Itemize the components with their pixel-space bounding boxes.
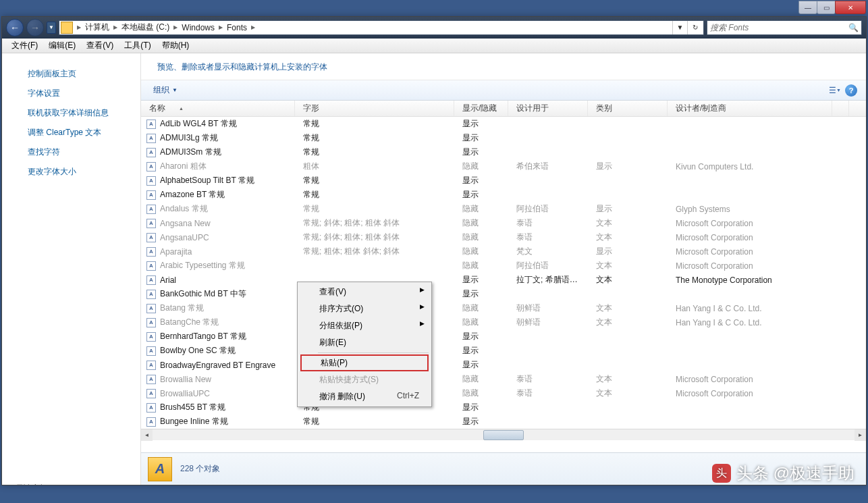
view-button[interactable]: ☰ ▼ [827, 84, 843, 97]
font-category: 文本 [588, 317, 668, 328]
font-row[interactable]: AAndalus 常规 常规 隐藏 阿拉伯语 显示 Glyph Systems [141, 202, 866, 216]
font-category: 显示 [588, 161, 668, 172]
font-visibility: 隐藏 [454, 373, 508, 385]
font-list[interactable]: 名称字形显示/隐藏设计用于类别设计者/制造商 AAdLib WGL4 BT 常规… [141, 101, 866, 452]
refresh-button[interactable]: ↻ [687, 21, 702, 34]
font-visibility: 隐藏 [454, 203, 508, 215]
font-name: Bowlby One SC 常规 [160, 345, 236, 356]
font-row[interactable]: AADMUI3Lg 常规 常规 显示 [141, 131, 866, 145]
font-icon: A [146, 375, 156, 384]
font-category: 文本 [588, 274, 668, 286]
context-menu-item[interactable]: 刷新(E) [299, 334, 430, 351]
horizontal-scrollbar[interactable]: ◄ ► [141, 429, 866, 440]
watermark-icon: 头 [712, 464, 731, 483]
nav-history-dropdown[interactable]: ▼ [47, 22, 56, 34]
font-row[interactable]: AArial 显示 拉丁文; 希腊语; ... 文本 The Monotype … [141, 273, 866, 287]
sidebar-link[interactable]: 查找字符 [2, 142, 140, 162]
font-row[interactable]: ABroadwayEngraved BT Engrave 显示 [141, 358, 866, 372]
search-box[interactable]: 🔍 [707, 20, 862, 35]
column-header[interactable]: 设计用于 [508, 101, 588, 116]
font-row[interactable]: ABrowalliaUPC 常规; 斜体; 粗体; 粗体 斜体 隐藏 泰语 文本… [141, 386, 866, 400]
font-row[interactable]: ABungee Inline 常规 常规 显示 [141, 415, 866, 429]
minimize-button[interactable]: — [798, 1, 817, 14]
font-visibility: 显示 [454, 118, 508, 130]
scroll-right-arrow[interactable]: ► [855, 429, 866, 441]
font-row[interactable]: ABatangChe 常规 隐藏 朝鲜语 文本 Han Yang I & C C… [141, 315, 866, 329]
forward-button[interactable]: → [26, 19, 44, 36]
font-icon: A [146, 318, 156, 327]
toolbar: 组织▼ ☰ ▼ ? [141, 80, 866, 101]
font-row[interactable]: AAlphabetSoup Tilt BT 常规 常规 显示 [141, 174, 866, 188]
font-manufacturer: Glyph Systems [668, 205, 832, 214]
font-row[interactable]: ABowlby One SC 常规 显示 [141, 344, 866, 358]
sidebar-link[interactable]: 字体设置 [2, 84, 140, 103]
font-row[interactable]: ABankGothic Md BT 中等 显示 [141, 287, 866, 301]
close-button[interactable]: ✕ [835, 1, 866, 14]
font-row[interactable]: AAharoni 粗体 粗体 隐藏 希伯来语 显示 Kivun Computer… [141, 159, 866, 174]
address-bar[interactable]: ▶计算机▶本地磁盘 (C:)▶Windows▶Fonts▶ ▼ ↻ [59, 20, 704, 35]
font-row[interactable]: AAngsanaUPC 常规; 斜体; 粗体; 粗体 斜体 隐藏 泰语 文本 M… [141, 230, 866, 244]
font-name: BatangChe 常规 [160, 317, 219, 328]
scroll-left-arrow[interactable]: ◄ [141, 429, 153, 441]
font-icon: A [146, 361, 156, 370]
font-row[interactable]: AAmazone BT 常规 常规 显示 [141, 188, 866, 202]
font-row[interactable]: AADMUI3Sm 常规 常规 显示 [141, 145, 866, 159]
column-header[interactable]: 名称 [141, 101, 295, 116]
font-icon: A [146, 403, 156, 413]
font-name: BrowalliaUPC [160, 389, 210, 398]
font-icon: A [146, 261, 156, 271]
breadcrumb-item[interactable]: Fonts [224, 23, 250, 32]
breadcrumb-item[interactable]: 本地磁盘 (C:) [119, 22, 172, 33]
menu-item[interactable]: 编辑(E) [43, 40, 81, 51]
font-designed-for: 朝鲜语 [508, 302, 588, 314]
font-name: Browallia New [160, 375, 211, 384]
back-button[interactable]: ← [6, 19, 24, 36]
font-row[interactable]: AAngsana New 常规; 斜体; 粗体; 粗体 斜体 隐藏 泰语 文本 … [141, 216, 866, 230]
help-button[interactable]: ? [843, 84, 859, 97]
font-row[interactable]: AAparajita 常规; 粗体; 粗体 斜体; 斜体 隐藏 梵文 显示 Mi… [141, 244, 866, 259]
font-visibility: 隐藏 [454, 161, 508, 172]
search-input[interactable] [710, 23, 848, 32]
maximize-button[interactable]: ▭ [817, 1, 836, 14]
font-row[interactable]: ABrowallia New 常规; 斜体; 粗体; 粗体 斜体 隐藏 泰语 文… [141, 372, 866, 386]
context-menu-item[interactable]: 撤消 删除(U)Ctrl+Z [299, 388, 430, 405]
font-icon: A [146, 417, 156, 427]
font-manufacturer: Microsoft Corporation [668, 389, 832, 398]
font-row[interactable]: AAdLib WGL4 BT 常规 常规 显示 [141, 117, 866, 131]
scroll-thumb[interactable] [483, 430, 524, 440]
font-manufacturer: Microsoft Corporation [668, 219, 832, 228]
sidebar-link[interactable]: 更改字体大小 [2, 162, 140, 182]
breadcrumb-item[interactable]: 计算机 [82, 22, 112, 33]
context-menu-item[interactable]: 查看(V)▶ [299, 284, 430, 300]
column-header[interactable]: 类别 [588, 101, 668, 116]
search-icon[interactable]: 🔍 [848, 23, 859, 32]
breadcrumb-item[interactable]: Windows [179, 23, 217, 32]
menu-item[interactable]: 查看(V) [81, 40, 119, 51]
font-manufacturer: Microsoft Corporation [668, 233, 832, 242]
font-row[interactable]: ABrush455 BT 常规 常规 显示 [141, 400, 866, 415]
menu-item[interactable]: 帮助(H) [157, 40, 195, 51]
menu-item[interactable]: 文件(F) [6, 40, 43, 51]
font-icon: A [146, 275, 156, 285]
sidebar-link[interactable]: 调整 ClearType 文本 [2, 123, 140, 142]
font-row[interactable]: AArabic Typesetting 常规 隐藏 阿拉伯语 文本 Micros… [141, 259, 866, 273]
organize-button[interactable]: 组织▼ [148, 84, 183, 96]
font-name: Bungee Inline 常规 [160, 416, 228, 427]
sidebar-link[interactable]: 控制面板主页 [2, 64, 140, 84]
font-name: Aparajita [160, 247, 192, 257]
font-row[interactable]: ABernhardTango BT 常规 显示 [141, 329, 866, 344]
column-header[interactable]: 设计者/制造商 [668, 101, 832, 116]
column-header[interactable] [832, 101, 849, 116]
column-header[interactable]: 显示/隐藏 [454, 101, 508, 116]
menu-item[interactable]: 工具(T) [119, 40, 156, 51]
context-menu-item[interactable]: 分组依据(P)▶ [299, 317, 430, 334]
address-dropdown[interactable]: ▼ [672, 21, 687, 34]
font-manufacturer: The Monotype Corporation [668, 275, 832, 285]
sidebar-link[interactable]: 联机获取字体详细信息 [2, 103, 140, 123]
context-menu-item[interactable]: 粘贴(P) [300, 354, 429, 371]
context-menu-item[interactable]: 排序方式(O)▶ [299, 300, 430, 317]
font-row[interactable]: ABatang 常规 隐藏 朝鲜语 文本 Han Yang I & C Co. … [141, 301, 866, 315]
column-header[interactable]: 字形 [295, 101, 454, 116]
main-panel: 预览、删除或者显示和隐藏计算机上安装的字体 组织▼ ☰ ▼ ? 名称字形显示/隐… [141, 53, 866, 485]
fonts-folder-icon: A [148, 457, 172, 481]
